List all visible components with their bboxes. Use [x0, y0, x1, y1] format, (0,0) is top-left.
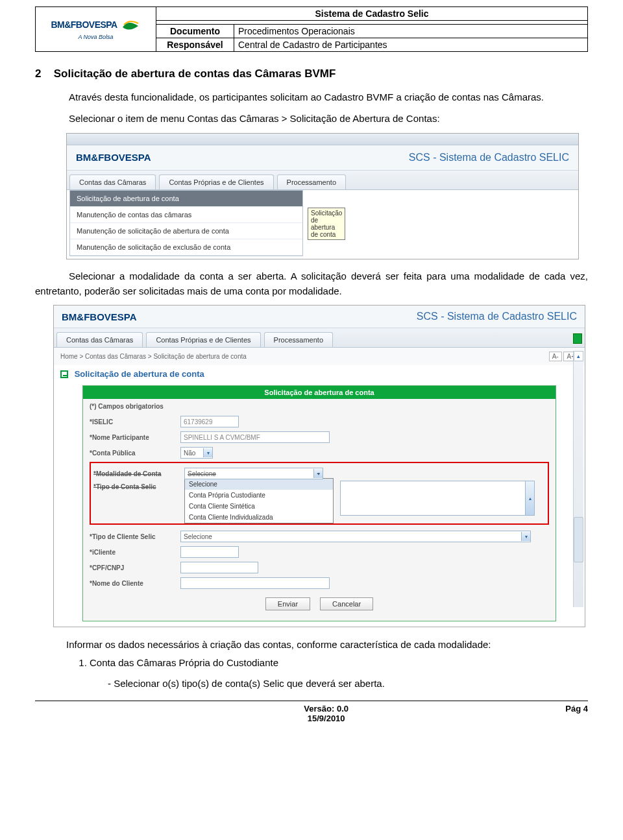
menu-item-manut-contas[interactable]: Manutenção de contas das câmaras: [70, 207, 302, 223]
tab-bar: Contas das Câmaras Contas Próprias e de …: [67, 171, 578, 190]
arrow-right-icon[interactable]: [573, 333, 582, 344]
scroll-up-icon[interactable]: ▴: [574, 351, 583, 361]
chevron-down-icon: ▾: [313, 469, 323, 478]
dd-option-propria-custodiante[interactable]: Conta Própria Custodiante: [185, 490, 333, 501]
select-contapub[interactable]: Não ▾: [180, 447, 213, 459]
row-icliente: *iCliente: [90, 544, 549, 560]
row-iselic: *ISELIC 61739629: [90, 414, 549, 429]
label-contapub: *Conta Pública: [90, 450, 180, 457]
scrollbar[interactable]: ▴: [573, 351, 583, 607]
row-tipocliente: *Tipo de Cliente Selic Selecione ▾: [90, 529, 549, 544]
footer-page: Pág 4: [565, 704, 588, 723]
tab-bar-2: Contas das Câmaras Contas Próprias e de …: [54, 328, 585, 348]
select-contapub-value: Não: [184, 450, 195, 457]
breadcrumb-bar: Home > Contas das Câmaras > Solicitação …: [54, 348, 585, 365]
screenshot-sysname: SCS - Sistema de Cadastro SELIC: [409, 152, 569, 163]
label-iselic: *ISELIC: [90, 418, 180, 426]
row-contapub: *Conta Pública Não ▾: [90, 445, 549, 461]
value-documento: Procedimentos Operacionais: [234, 25, 588, 38]
row-nomepart: *Nome Participante SPINELLI S A CVMC/BMF: [90, 429, 549, 445]
footer-date: 15/9/2010: [308, 714, 345, 723]
logo-cell: BM&FBOVESPA A Nova Bolsa: [36, 7, 156, 52]
select-modalidade[interactable]: Selecione ▾: [184, 468, 323, 479]
row-modalidade: *Modalidade de Conta Selecione ▾: [93, 466, 545, 481]
value-responsavel: Central de Cadastro de Participantes: [234, 38, 588, 52]
list-item-1: Conta das Câmaras Própria do Custodiante: [90, 657, 588, 668]
form-buttons: Enviar Cancelar: [90, 591, 549, 614]
menu-item-manut-solic-abertura[interactable]: Manutenção de solicitação de abertura de…: [70, 223, 302, 239]
input-nomecliente[interactable]: [180, 577, 330, 589]
tab2-contas-proprias[interactable]: Contas Próprias e de Clientes: [146, 332, 260, 347]
input-iselic[interactable]: 61739629: [180, 416, 239, 427]
label-modalidade: *Modalidade de Conta: [93, 470, 184, 477]
label-tiposelic: *Tipo de Conta Selic: [93, 483, 184, 490]
row-cpfcnpj: *CPF/CNPJ: [90, 560, 549, 575]
listbox-tiposelic[interactable]: ▴: [340, 481, 535, 516]
section-heading: 2 Solicitação de abertura de contas das …: [35, 67, 588, 80]
mandatory-note: (*) Campos obrigatorios: [90, 403, 549, 410]
screenshot-form: BM&FBOVESPA SCS - Sistema de Cadastro SE…: [53, 305, 585, 627]
font-decrease-button[interactable]: A-: [549, 352, 562, 361]
menu-item-manut-solic-exclusao[interactable]: Manutenção de solicitação de exclusão de…: [70, 239, 302, 256]
form-header-bar: Solicitação de abertura de conta: [83, 386, 556, 399]
paragraph-1: Através desta funcionalidade, os partici…: [35, 90, 588, 104]
form-body: (*) Campos obrigatorios *ISELIC 61739629…: [83, 399, 556, 621]
label-nomepart: *Nome Participante: [90, 434, 180, 441]
chevron-down-icon: ▾: [203, 448, 212, 457]
doc-title: Sistema de Cadastro Selic: [156, 7, 588, 21]
select-tipocliente-value: Selecione: [184, 533, 212, 540]
label-cpfcnpj: *CPF/CNPJ: [90, 564, 180, 571]
screenshot2-header: BM&FBOVESPA SCS - Sistema de Cadastro SE…: [54, 306, 585, 328]
dropdown-menu: Solicitação de abertura de conta Manuten…: [69, 190, 303, 256]
screenshot-header: BM&FBOVESPA SCS - Sistema de Cadastro SE…: [67, 145, 578, 171]
scrollbar-icon: ▴: [525, 481, 534, 515]
paragraph-2: Selecionar o item de menu Contas das Câm…: [35, 111, 588, 126]
select-modalidade-value: Selecione: [188, 470, 216, 477]
scroll-thumb[interactable]: [574, 517, 583, 562]
logo-bmf: BM&FBOVESPA A Nova Bolsa: [40, 14, 152, 44]
chevron-down-icon: ▾: [521, 532, 530, 541]
logo-text: BM&FBOVESPA: [51, 19, 117, 30]
collapse-icon[interactable]: [60, 370, 68, 378]
breadcrumb: Home > Contas das Câmaras > Solicitação …: [60, 353, 247, 360]
label-responsavel: Responsável: [156, 38, 234, 52]
label-nomecliente: *Nome do Cliente: [90, 580, 180, 587]
form-page-title: Solicitação de abertura de conta: [54, 365, 585, 385]
menu-item-solicitacao-abertura[interactable]: Solicitação de abertura de conta: [70, 191, 302, 207]
highlighted-region: *Modalidade de Conta Selecione ▾ *Tipo d…: [90, 462, 549, 525]
label-icliente: *iCliente: [90, 549, 180, 556]
submit-button[interactable]: Enviar: [265, 597, 310, 610]
screenshot2-sysname: SCS - Sistema de Cadastro SELIC: [417, 311, 577, 322]
numbered-list: Conta das Câmaras Própria do Custodiante: [90, 657, 588, 668]
screenshot2-logo: BM&FBOVESPA: [62, 311, 137, 322]
form-page-title-text: Solicitação de abertura de conta: [75, 369, 204, 379]
label-documento: Documento: [156, 25, 234, 38]
screenshot-logo: BM&FBOVESPA: [76, 152, 151, 163]
logo-swirl-icon: [121, 18, 140, 32]
tab-contas-proprias[interactable]: Contas Próprias e de Clientes: [159, 174, 273, 189]
tab2-processamento[interactable]: Processamento: [264, 332, 333, 347]
label-tipocliente: *Tipo de Cliente Selic: [90, 533, 180, 540]
select-tipocliente[interactable]: Selecione ▾: [180, 531, 531, 542]
paragraph-3: Selecionar a modalidade da conta a ser a…: [35, 269, 588, 299]
input-nomepart[interactable]: SPINELLI S A CVMC/BMF: [180, 431, 330, 443]
footer-rule: [35, 701, 588, 701]
footer-version: Versão: 0.0: [304, 704, 348, 714]
section-number: 2: [35, 67, 51, 80]
dd-option-selecione[interactable]: Selecione: [185, 479, 333, 490]
form-panel: Solicitação de abertura de conta (*) Cam…: [82, 385, 556, 621]
tab-contas-camaras[interactable]: Contas das Câmaras: [69, 174, 156, 189]
doc-header-table: BM&FBOVESPA A Nova Bolsa Sistema de Cada…: [35, 6, 588, 52]
dd-option-cliente-sintetica[interactable]: Conta Cliente Sintética: [185, 501, 333, 512]
menu-tooltip: Solicitação de abertura de conta: [308, 208, 345, 240]
tab2-contas-camaras[interactable]: Contas das Câmaras: [56, 332, 143, 347]
section-title: Solicitação de abertura de contas das Câ…: [54, 67, 336, 80]
screenshot-menu: BM&FBOVESPA SCS - Sistema de Cadastro SE…: [66, 133, 579, 259]
input-cpfcnpj[interactable]: [180, 562, 258, 573]
screenshot-toolbar: [67, 134, 578, 145]
cancel-button[interactable]: Cancelar: [320, 597, 373, 610]
input-icliente[interactable]: [180, 546, 239, 558]
post-paragraph: Informar os dados necessários à criação …: [66, 638, 588, 652]
row-nomecliente: *Nome do Cliente: [90, 575, 549, 591]
tab-processamento[interactable]: Processamento: [277, 174, 346, 189]
